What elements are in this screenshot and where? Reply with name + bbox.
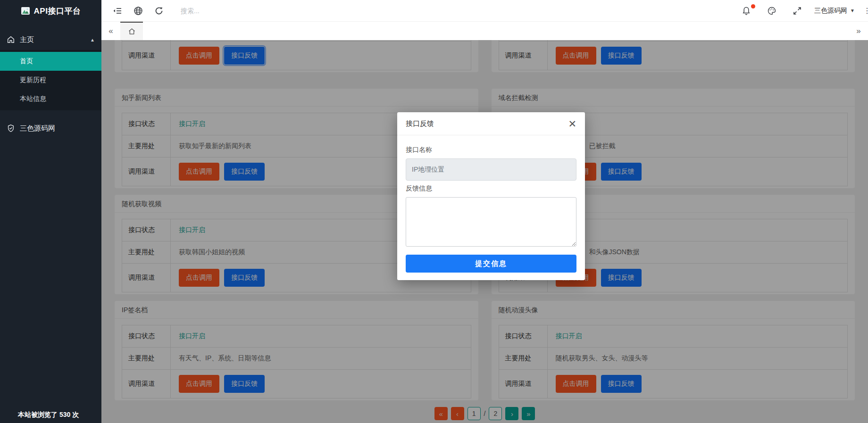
modal-header: 接口反馈 ✕: [397, 112, 585, 135]
sidebar-item-site-info[interactable]: 本站信息: [0, 90, 101, 108]
tabbar: « »: [101, 21, 868, 40]
topbar: 三色源码网 ▼ ⋮: [101, 0, 868, 21]
modal-title: 接口反馈: [406, 119, 434, 128]
api-name-label: 接口名称: [406, 146, 576, 154]
more-menu-icon[interactable]: ⋮: [863, 9, 868, 12]
feedback-textarea[interactable]: [406, 197, 576, 247]
app-title: API接口平台: [34, 6, 81, 17]
tab-home[interactable]: [120, 22, 143, 40]
username-label: 三色源码网: [814, 7, 847, 15]
sidebar-item-label: 三色源码网: [20, 124, 55, 133]
sidebar-group-label: 主页: [20, 35, 34, 44]
collapse-sidebar-icon[interactable]: [113, 6, 122, 16]
refresh-icon[interactable]: [154, 6, 164, 16]
submit-button[interactable]: 提交信息: [406, 255, 576, 273]
sidebar-group-home[interactable]: 主页 ▲: [0, 29, 101, 50]
sidebar-submenu: 首页 更新历程 本站信息: [0, 50, 101, 110]
visit-counter: 本站被浏览了 530 次: [18, 411, 79, 419]
close-icon[interactable]: ✕: [568, 119, 576, 129]
feedback-label: 反馈信息: [406, 184, 576, 193]
chevron-up-icon: ▲: [90, 37, 95, 42]
user-menu[interactable]: 三色源码网 ▼: [814, 7, 855, 15]
home-tab-icon: [128, 27, 136, 35]
globe-icon[interactable]: [134, 6, 143, 16]
api-name-field: [406, 158, 576, 181]
notifications-bell-icon[interactable]: [742, 6, 751, 16]
shield-check-icon: [7, 124, 15, 133]
notification-dot: [751, 4, 755, 8]
logo-image-icon: [21, 6, 30, 16]
sidebar-item-homepage[interactable]: 首页: [0, 52, 101, 71]
sidebar-item-update-history[interactable]: 更新历程: [0, 71, 101, 90]
tabs-scroll-right[interactable]: »: [849, 22, 868, 40]
sidebar: API接口平台 主页 ▲ 首页 更新历程 本站信息 三色源码网 本站被浏览了 5…: [0, 0, 101, 423]
chevron-down-icon: ▼: [850, 8, 855, 13]
feedback-modal: 接口反馈 ✕ 接口名称 反馈信息 提交信息: [397, 112, 585, 280]
tabs-scroll-left[interactable]: «: [101, 22, 120, 40]
logo: API接口平台: [0, 0, 101, 22]
search-input[interactable]: [181, 7, 332, 15]
theme-palette-icon[interactable]: [767, 6, 776, 16]
sidebar-item-source-site[interactable]: 三色源码网: [0, 118, 101, 139]
home-icon: [7, 35, 15, 44]
modal-body: 接口名称 反馈信息 提交信息: [397, 135, 585, 273]
fullscreen-icon[interactable]: [793, 6, 802, 16]
